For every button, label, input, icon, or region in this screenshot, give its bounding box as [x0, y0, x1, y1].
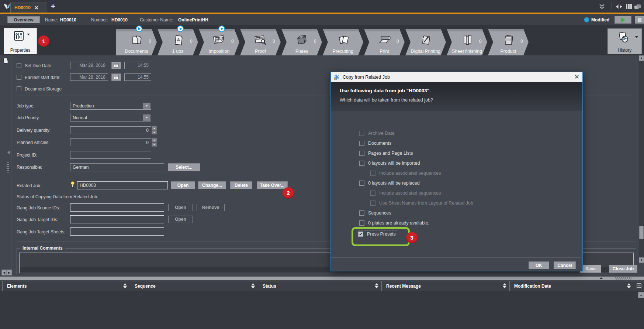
planned-articles-field[interactable]: 0: [70, 138, 151, 146]
step-documents[interactable]: 0 Documents: [116, 29, 157, 55]
sort-icon[interactable]: [503, 283, 506, 288]
checkbox-icon[interactable]: [359, 151, 364, 156]
earliest-start-time-field[interactable]: 14:55: [124, 73, 151, 81]
panel-splitter-grip[interactable]: [7, 162, 9, 174]
step-1ups[interactable]: 0 1 ups: [157, 29, 198, 55]
related-job-field[interactable]: HD0003: [77, 181, 168, 189]
step-imposition[interactable]: 0 Imposition: [199, 29, 239, 55]
history-button[interactable]: History: [607, 28, 642, 54]
app-logo-icon[interactable]: [3, 3, 10, 10]
stop-processing-button[interactable]: [635, 16, 644, 24]
sort-icon[interactable]: [627, 283, 631, 288]
delivery-quantity-stepper[interactable]: ▲▼: [152, 126, 157, 134]
properties-button[interactable]: Properties: [4, 28, 37, 54]
column-header-elements[interactable]: Elements: [2, 281, 130, 291]
sort-icon[interactable]: [251, 283, 255, 288]
earliest-start-date-field[interactable]: Mar 28, 2018: [70, 73, 108, 81]
close-job-button[interactable]: Close Job: [609, 265, 637, 273]
new-tab-button[interactable]: +: [51, 2, 55, 11]
chevron-down-icon[interactable]: ▼: [143, 114, 150, 121]
gang-source-open-button[interactable]: Open: [168, 204, 193, 211]
tab-hd0010[interactable]: HD0010 ✕: [10, 3, 47, 13]
step-sheet-finishing[interactable]: 0 Sheet finishing: [447, 29, 487, 55]
column-header-sequence[interactable]: Sequence: [130, 281, 258, 291]
step-print[interactable]: 0 Print: [364, 29, 405, 55]
related-job-open-button[interactable]: Open: [171, 181, 195, 189]
checkbox-plates-available[interactable]: 0 plates are already available.: [359, 220, 429, 226]
checkbox-icon[interactable]: [359, 141, 364, 146]
cancel-button[interactable]: Cancel: [554, 261, 576, 269]
horizontal-splitter[interactable]: [0, 277, 644, 280]
responsible-field[interactable]: German: [70, 163, 164, 171]
step-proof[interactable]: 0 Proof: [240, 29, 281, 55]
splitter-arrow-icon[interactable]: [599, 277, 603, 279]
due-time-field[interactable]: 14:55: [124, 62, 151, 69]
due-date-calendar-button[interactable]: [111, 62, 121, 69]
pane-left-arrow-icon[interactable]: ◀: [1, 270, 7, 275]
scroll-down-icon[interactable]: ▼: [639, 257, 644, 263]
imposition-play-badge-icon[interactable]: [218, 25, 225, 32]
pane-right-arrow-icon[interactable]: ▶: [7, 270, 12, 275]
table-scroll-up-icon[interactable]: ▲: [638, 292, 644, 298]
documents-play-badge-icon[interactable]: [136, 25, 142, 32]
columns-view-icon[interactable]: [626, 3, 632, 10]
delivery-quantity-field[interactable]: 0: [70, 126, 151, 134]
overview-button[interactable]: Overview: [7, 16, 40, 23]
collapse-panels-icon[interactable]: [615, 4, 623, 10]
elements-table-body[interactable]: [0, 291, 644, 329]
gang-target-ids-field[interactable]: [70, 215, 164, 223]
dialog-close-icon[interactable]: ✕: [574, 73, 579, 81]
notes-panel-icon[interactable]: [3, 57, 8, 64]
due-date-field[interactable]: Mar 28, 2018: [70, 62, 108, 69]
step-precutting[interactable]: Precutting: [323, 29, 363, 55]
checkbox-layouts-replaced[interactable]: 0 layouts will be replaced: [359, 181, 420, 186]
chevron-double-down-icon[interactable]: [598, 4, 606, 10]
planned-articles-stepper[interactable]: ▲▼: [152, 138, 157, 147]
related-job-change-button[interactable]: Change...: [198, 181, 226, 189]
sort-icon[interactable]: [375, 283, 378, 288]
project-id-field[interactable]: [70, 151, 151, 159]
gang-source-remove-button[interactable]: Remove: [197, 204, 225, 211]
gang-source-field[interactable]: [70, 203, 164, 212]
checkbox-sequences[interactable]: Sequences: [359, 210, 391, 216]
related-job-delete-button[interactable]: Delete: [230, 181, 252, 189]
checkbox-layouts-imported[interactable]: 0 layouts will be imported: [359, 161, 420, 166]
start-processing-button[interactable]: [614, 16, 631, 24]
panel-collapse-arrow-icon[interactable]: [7, 151, 10, 154]
checkbox-icon[interactable]: [359, 181, 364, 186]
properties-dropdown-icon[interactable]: [27, 34, 30, 35]
history-dropdown-icon[interactable]: [635, 36, 638, 38]
column-header-status[interactable]: Status: [258, 281, 382, 291]
job-type-dropdown[interactable]: Production▼: [70, 102, 151, 110]
earliest-start-calendar-button[interactable]: [111, 73, 121, 81]
oneups-play-badge-icon[interactable]: [177, 25, 184, 32]
step-product[interactable]: 0 Product: [488, 29, 529, 55]
checkbox-documents[interactable]: Documents: [359, 141, 391, 146]
earliest-start-checkbox[interactable]: [17, 75, 21, 80]
dialog-title-bar[interactable]: Copy from Related Job ✕: [331, 72, 582, 82]
job-priority-dropdown[interactable]: Normal▼: [70, 114, 151, 121]
checkbox-icon[interactable]: [359, 220, 364, 226]
scroll-up-icon[interactable]: ▲: [639, 55, 644, 61]
chevron-down-icon[interactable]: ▼: [143, 103, 150, 109]
table-settings-icon[interactable]: [637, 283, 643, 289]
gang-target-open-button[interactable]: Open: [168, 216, 193, 223]
column-header-modification-date[interactable]: Modification Date: [510, 281, 634, 291]
tab-close-icon[interactable]: ✕: [34, 5, 39, 11]
set-due-date-checkbox[interactable]: [17, 63, 21, 68]
responsible-select-button[interactable]: Select...: [168, 163, 200, 171]
sort-icon[interactable]: [123, 283, 127, 288]
step-plates[interactable]: 0 Plates: [281, 29, 322, 55]
related-job-take-over-button[interactable]: Take Over...: [257, 181, 288, 189]
main-scrollbar-thumb[interactable]: [639, 226, 644, 239]
windows-stack-icon[interactable]: [634, 3, 642, 10]
splitter-grip[interactable]: [615, 277, 631, 280]
checkbox-pages-and-page-lists[interactable]: Pages and Page Lists: [359, 151, 413, 156]
column-header-recent-message[interactable]: Recent Message: [382, 281, 510, 291]
document-storage-checkbox[interactable]: [17, 86, 21, 91]
checkbox-icon[interactable]: [359, 210, 364, 216]
step-digital-printing[interactable]: Digital Printing: [405, 29, 446, 55]
save-button[interactable]: Save: [580, 265, 601, 273]
checkbox-icon[interactable]: [359, 161, 364, 166]
gang-target-sheets-field[interactable]: [70, 227, 164, 236]
